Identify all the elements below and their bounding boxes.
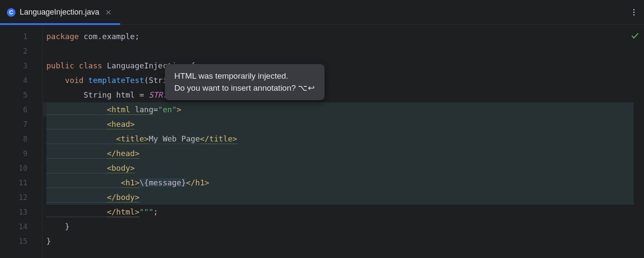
inspection-ok-icon[interactable] <box>630 31 640 42</box>
code-line: <title>My Web Page</title> <box>43 132 644 146</box>
injection-tooltip[interactable]: HTML was temporarily injected. Do you wa… <box>165 64 325 100</box>
line-number[interactable]: 12 <box>0 190 43 205</box>
tooltip-line1: HTML was temporarily injected. <box>174 70 315 82</box>
code-line: </head> <box>43 146 644 161</box>
line-number[interactable]: 3 <box>0 58 43 73</box>
line-number[interactable]: 8 <box>0 132 43 146</box>
line-number[interactable]: 1 <box>0 29 43 44</box>
code-line: String html = STR.""" <box>43 88 644 102</box>
shortcut-hint: ⌥↩ <box>298 83 315 92</box>
code-line: package com.example; <box>43 29 644 44</box>
code-line: public class LanguageInjection { <box>43 58 644 73</box>
line-number[interactable]: 11 <box>0 175 43 190</box>
code-line: } <box>43 234 644 249</box>
code-line: </html>"""; <box>43 205 644 219</box>
line-number[interactable]: 5 <box>0 88 43 102</box>
code-area[interactable]: package com.example; public class Langua… <box>43 25 644 258</box>
tooltip-line2: Do you want to insert annotation? ⌥↩ <box>174 82 315 94</box>
line-number[interactable]: 14 <box>0 219 43 234</box>
kebab-menu-icon[interactable] <box>624 9 644 15</box>
line-number[interactable]: 13 <box>0 205 43 219</box>
code-line: void templateTest(String message) { <box>43 73 644 88</box>
code-line <box>43 44 644 58</box>
line-number[interactable]: 15 <box>0 234 43 249</box>
line-number[interactable]: 6 <box>0 102 43 117</box>
code-line: <h1>\{message}</h1> <box>43 175 644 190</box>
line-number[interactable]: 4 <box>0 73 43 88</box>
code-line: <head> <box>43 117 644 132</box>
editor: 1 2 3 4 5 6 7 8 9 10 11 12 13 14 15 pack… <box>0 25 644 258</box>
line-number[interactable]: 10 <box>0 161 43 175</box>
code-line: <body> <box>43 161 644 175</box>
close-icon[interactable]: ✕ <box>103 6 113 19</box>
line-number[interactable]: 2 <box>0 44 43 58</box>
file-tab[interactable]: C LanguageInjection.java ✕ <box>0 0 120 25</box>
tab-group: C LanguageInjection.java ✕ <box>0 0 120 25</box>
line-number[interactable]: 9 <box>0 146 43 161</box>
tab-bar: C LanguageInjection.java ✕ <box>0 0 644 25</box>
class-icon: C <box>7 8 15 17</box>
code-line: } <box>43 219 644 234</box>
tab-title: LanguageInjection.java <box>20 8 99 17</box>
code-line: <html lang="en"> <box>43 102 644 117</box>
code-line: </body> <box>43 190 644 205</box>
gutter: 1 2 3 4 5 6 7 8 9 10 11 12 13 14 15 <box>0 25 43 258</box>
line-number[interactable]: 7 <box>0 117 43 132</box>
